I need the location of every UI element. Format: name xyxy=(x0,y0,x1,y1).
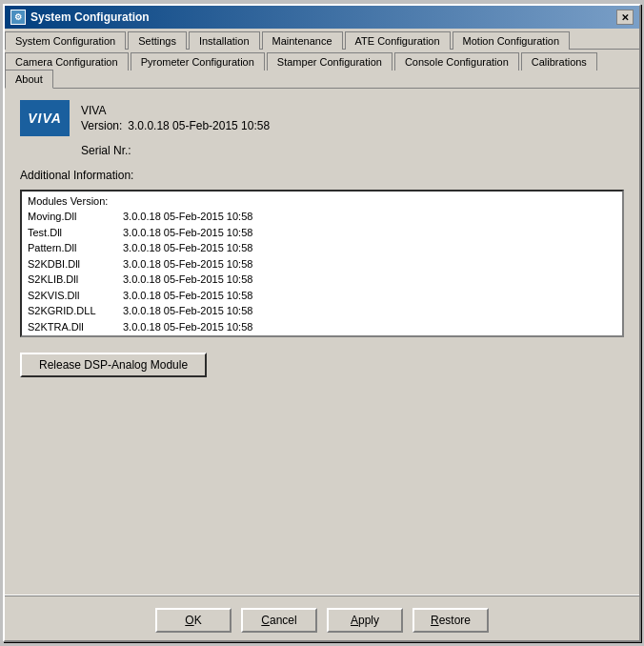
tabs-row-1: System Configuration Settings Installati… xyxy=(5,29,639,50)
apply-button[interactable]: Apply xyxy=(327,608,403,633)
tab-pyrometer-configuration[interactable]: Pyrometer Configuration xyxy=(131,52,265,71)
module-version: 3.0.0.18 05-Feb-2015 10:58 xyxy=(123,225,252,241)
module-row: Pattern.Dll3.0.0.18 05-Feb-2015 10:58 xyxy=(28,240,616,256)
module-name: S2KWIZ.Dll xyxy=(28,334,113,335)
viva-version-row: Version: 3.0.0.18 05-Feb-2015 10:58 xyxy=(81,119,270,132)
tab-about[interactable]: About xyxy=(5,70,53,89)
module-name: S2KTRA.Dll xyxy=(28,319,113,335)
restore-button[interactable]: Restore xyxy=(413,608,489,633)
modules-list: Moving.Dll3.0.0.18 05-Feb-2015 10:58Test… xyxy=(28,209,616,335)
tab-calibrations[interactable]: Calibrations xyxy=(521,52,597,71)
cancel-label: Cancel xyxy=(261,614,296,627)
module-name: S2KLIB.Dll xyxy=(28,272,113,288)
main-window: ⚙ System Configuration ✕ System Configur… xyxy=(3,4,641,642)
title-bar-buttons: ✕ xyxy=(616,10,634,25)
apply-label: Apply xyxy=(351,614,379,627)
modules-content[interactable]: Modules Version: Moving.Dll3.0.0.18 05-F… xyxy=(22,192,622,335)
ok-label: OK xyxy=(185,614,201,627)
module-row: S2KDBI.Dll3.0.0.18 05-Feb-2015 10:58 xyxy=(28,256,616,273)
tab-maintenance[interactable]: Maintenance xyxy=(262,31,343,50)
module-row: Test.Dll3.0.0.18 05-Feb-2015 10:58 xyxy=(28,225,616,241)
version-value: 3.0.0.18 05-Feb-2015 10:58 xyxy=(128,119,270,132)
title-bar: ⚙ System Configuration ✕ xyxy=(5,6,639,29)
module-name: S2KVIS.Dll xyxy=(28,288,113,304)
ok-button[interactable]: OK xyxy=(155,608,231,633)
module-version: 3.0.0.18 05-Feb-2015 10:58 xyxy=(123,272,252,288)
tabs-row-2: Camera Configuration Pyrometer Configura… xyxy=(5,50,639,89)
viva-logo: VIVA xyxy=(20,100,70,136)
module-version: 3.0.0.18 05-Feb-2015 10:58 xyxy=(123,240,252,256)
cancel-button[interactable]: Cancel xyxy=(241,608,317,633)
release-dsp-button[interactable]: Release DSP-Analog Module xyxy=(20,353,207,377)
viva-name: VIVA xyxy=(81,104,270,117)
module-row: Moving.Dll3.0.0.18 05-Feb-2015 10:58 xyxy=(28,209,616,225)
release-button-row: Release DSP-Analog Module xyxy=(20,353,624,377)
viva-row: VIVA VIVA Version: 3.0.0.18 05-Feb-2015 … xyxy=(20,100,624,136)
module-row: S2KVIS.Dll3.0.0.18 05-Feb-2015 10:58 xyxy=(28,288,616,304)
tab-ate-configuration[interactable]: ATE Configuration xyxy=(345,31,451,50)
tab-stamper-configuration[interactable]: Stamper Configuration xyxy=(267,52,392,71)
bottom-buttons: OK Cancel Apply Restore xyxy=(5,602,639,640)
module-row: S2KGRID.DLL3.0.0.18 05-Feb-2015 10:58 xyxy=(28,303,616,319)
module-version: 3.0.0.18 05-Feb-2015 10:58 xyxy=(123,334,252,335)
modules-box: Modules Version: Moving.Dll3.0.0.18 05-F… xyxy=(20,190,624,337)
modules-header: Modules Version: xyxy=(28,195,616,207)
tab-console-configuration[interactable]: Console Configuration xyxy=(394,52,519,71)
module-version: 3.0.0.18 05-Feb-2015 10:58 xyxy=(123,319,252,335)
module-version: 3.0.0.18 05-Feb-2015 10:58 xyxy=(123,209,252,225)
module-name: S2KGRID.DLL xyxy=(28,303,113,319)
tab-system-configuration[interactable]: System Configuration xyxy=(5,31,126,50)
module-name: S2KDBI.Dll xyxy=(28,256,113,273)
module-row: S2KWIZ.Dll3.0.0.18 05-Feb-2015 10:58 xyxy=(28,334,616,335)
app-icon: ⚙ xyxy=(10,10,26,25)
module-row: S2KTRA.Dll3.0.0.18 05-Feb-2015 10:58 xyxy=(28,319,616,335)
window-title: System Configuration xyxy=(30,10,150,24)
main-content: VIVA VIVA Version: 3.0.0.18 05-Feb-2015 … xyxy=(5,89,639,595)
module-version: 3.0.0.18 05-Feb-2015 10:58 xyxy=(123,303,252,319)
tab-motion-configuration[interactable]: Motion Configuration xyxy=(453,31,571,50)
tab-camera-configuration[interactable]: Camera Configuration xyxy=(5,52,129,71)
viva-info: VIVA Version: 3.0.0.18 05-Feb-2015 10:58 xyxy=(81,104,270,132)
tab-installation[interactable]: Installation xyxy=(189,31,260,50)
version-label: Version: xyxy=(81,119,122,132)
serial-row: Serial Nr.: xyxy=(81,144,624,157)
close-button[interactable]: ✕ xyxy=(616,10,634,25)
module-name: Moving.Dll xyxy=(28,209,113,225)
module-version: 3.0.0.18 05-Feb-2015 10:58 xyxy=(123,256,252,273)
module-row: S2KLIB.Dll3.0.0.18 05-Feb-2015 10:58 xyxy=(28,272,616,288)
restore-label: Restore xyxy=(431,614,471,627)
bottom-separator xyxy=(5,595,639,596)
module-version: 3.0.0.18 05-Feb-2015 10:58 xyxy=(123,288,252,304)
tab-settings[interactable]: Settings xyxy=(128,31,187,50)
module-name: Test.Dll xyxy=(28,225,113,241)
module-name: Pattern.Dll xyxy=(28,240,113,256)
serial-label: Serial Nr.: xyxy=(81,144,131,157)
title-bar-left: ⚙ System Configuration xyxy=(10,10,150,25)
additional-info-label: Additional Information: xyxy=(20,169,624,182)
